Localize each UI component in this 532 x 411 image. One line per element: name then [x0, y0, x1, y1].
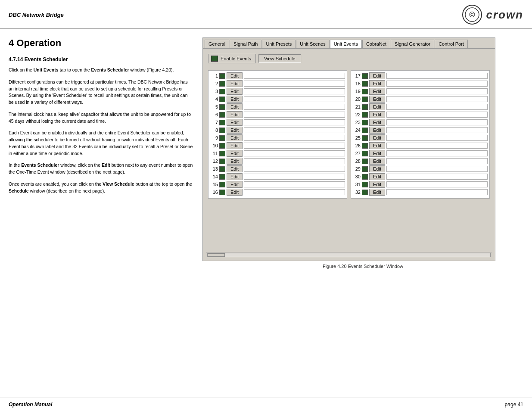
event-color-1 [219, 73, 225, 79]
panel-body: Enable Events View Schedule 1Edit2Edit3E… [203, 49, 495, 261]
edit-button-7[interactable]: Edit [227, 119, 243, 126]
event-row-30: 30Edit [353, 173, 488, 180]
enable-events-checkbox-area[interactable]: Enable Events [208, 54, 256, 63]
event-num-25: 25 [353, 135, 361, 140]
edit-button-12[interactable]: Edit [227, 158, 243, 165]
tab-cobranet[interactable]: CobraNet [362, 40, 390, 48]
event-field-11 [244, 150, 345, 156]
event-num-12: 12 [210, 159, 218, 164]
event-field-31 [386, 181, 488, 187]
event-color-11 [219, 151, 225, 156]
event-row-11: 11Edit [210, 150, 345, 157]
event-num-26: 26 [353, 143, 361, 148]
enable-events-row: Enable Events View Schedule [206, 52, 492, 65]
edit-button-11[interactable]: Edit [227, 150, 243, 157]
scrollbar-thumb[interactable] [208, 253, 225, 257]
event-field-29 [386, 166, 488, 172]
event-field-2 [244, 81, 345, 87]
event-num-9: 9 [210, 135, 218, 140]
horizontal-scrollbar[interactable] [206, 252, 492, 257]
edit-button-29[interactable]: Edit [369, 165, 385, 172]
edit-button-19[interactable]: Edit [369, 88, 385, 95]
edit-button-4[interactable]: Edit [227, 96, 243, 103]
edit-button-2[interactable]: Edit [227, 80, 243, 87]
edit-button-20[interactable]: Edit [369, 96, 385, 103]
tab-general[interactable]: General [205, 40, 229, 48]
event-row-17: 17Edit [353, 72, 488, 79]
edit-button-6[interactable]: Edit [227, 111, 243, 118]
event-field-22 [386, 112, 488, 118]
edit-button-14[interactable]: Edit [227, 173, 243, 180]
tab-signal-generator[interactable]: Signal Generator [391, 40, 434, 48]
edit-button-28[interactable]: Edit [369, 158, 385, 165]
tab-unit-events[interactable]: Unit Events [330, 40, 362, 48]
page-footer: Operation Manual page 41 [0, 398, 532, 411]
event-num-1: 1 [210, 73, 218, 78]
edit-button-26[interactable]: Edit [369, 142, 385, 149]
event-num-31: 31 [353, 182, 361, 187]
edit-button-5[interactable]: Edit [227, 103, 243, 110]
event-field-6 [244, 112, 345, 118]
event-field-14 [244, 174, 345, 180]
event-row-20: 20Edit [353, 96, 488, 103]
event-field-30 [386, 174, 488, 180]
event-num-19: 19 [353, 89, 361, 94]
event-field-13 [244, 166, 345, 172]
event-color-21 [362, 104, 368, 110]
edit-button-24[interactable]: Edit [369, 127, 385, 134]
event-field-19 [386, 88, 488, 94]
event-color-28 [362, 159, 368, 164]
tab-control-port[interactable]: Control Port [435, 40, 468, 48]
para-6: Once events are enabled, you can click o… [9, 181, 194, 195]
edit-button-23[interactable]: Edit [369, 119, 385, 126]
event-color-19 [362, 89, 368, 94]
document-title: DBC Network Bridge [9, 12, 64, 18]
edit-button-13[interactable]: Edit [227, 165, 243, 172]
edit-button-18[interactable]: Edit [369, 80, 385, 87]
event-field-1 [244, 73, 345, 79]
event-num-27: 27 [353, 151, 361, 156]
event-num-28: 28 [353, 159, 361, 164]
edit-button-32[interactable]: Edit [369, 189, 385, 196]
event-field-21 [386, 104, 488, 110]
edit-button-30[interactable]: Edit [369, 173, 385, 180]
event-field-15 [244, 181, 345, 187]
event-color-23 [362, 120, 368, 125]
tab-unit-presets[interactable]: Unit Presets [262, 40, 296, 48]
event-color-6 [219, 112, 225, 118]
event-num-18: 18 [353, 81, 361, 86]
enable-events-checkbox[interactable] [211, 56, 218, 62]
event-color-5 [219, 104, 225, 110]
edit-button-9[interactable]: Edit [227, 134, 243, 141]
edit-button-22[interactable]: Edit [369, 111, 385, 118]
edit-button-16[interactable]: Edit [227, 189, 243, 196]
event-field-27 [386, 150, 488, 156]
event-color-31 [362, 182, 368, 187]
edit-button-1[interactable]: Edit [227, 72, 243, 79]
edit-button-15[interactable]: Edit [227, 181, 243, 188]
event-num-30: 30 [353, 174, 361, 179]
event-num-22: 22 [353, 112, 361, 117]
edit-button-31[interactable]: Edit [369, 181, 385, 188]
enable-events-label: Enable Events [221, 56, 251, 61]
edit-button-25[interactable]: Edit [369, 134, 385, 141]
event-num-11: 11 [210, 151, 218, 156]
edit-button-17[interactable]: Edit [369, 72, 385, 79]
event-row-26: 26Edit [353, 142, 488, 149]
edit-button-27[interactable]: Edit [369, 150, 385, 157]
right-column: General Signal Path Unit Presets Unit Sc… [202, 37, 523, 269]
edit-button-3[interactable]: Edit [227, 88, 243, 95]
edit-button-21[interactable]: Edit [369, 103, 385, 110]
event-row-3: 3Edit [210, 88, 345, 95]
edit-button-10[interactable]: Edit [227, 142, 243, 149]
edit-button-8[interactable]: Edit [227, 127, 243, 134]
event-row-32: 32Edit [353, 189, 488, 196]
event-color-14 [219, 174, 225, 180]
crown-logo-icon: © [462, 4, 482, 25]
event-color-24 [362, 128, 368, 133]
tab-unit-scenes[interactable]: Unit Scenes [296, 40, 329, 48]
view-schedule-button[interactable]: View Schedule [258, 54, 301, 63]
event-field-28 [386, 158, 488, 164]
event-num-6: 6 [210, 112, 218, 117]
tab-signal-path[interactable]: Signal Path [230, 40, 261, 48]
